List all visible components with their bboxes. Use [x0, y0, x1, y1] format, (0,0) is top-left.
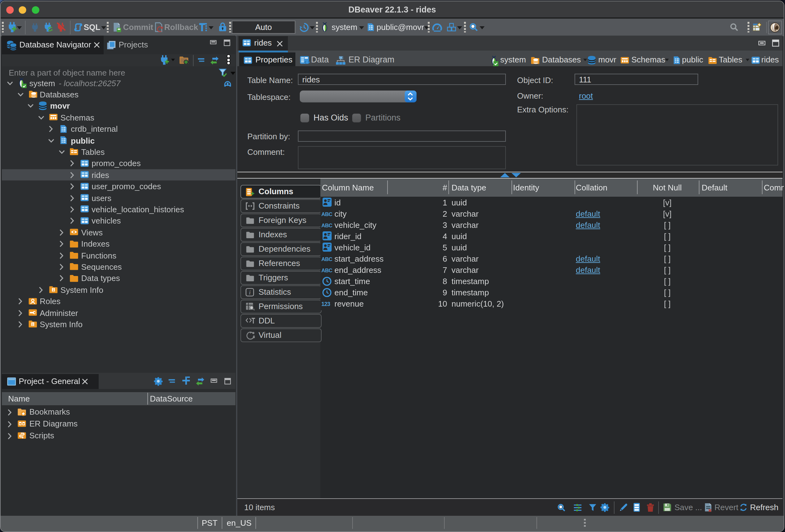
svg-text:i: i	[249, 289, 250, 295]
